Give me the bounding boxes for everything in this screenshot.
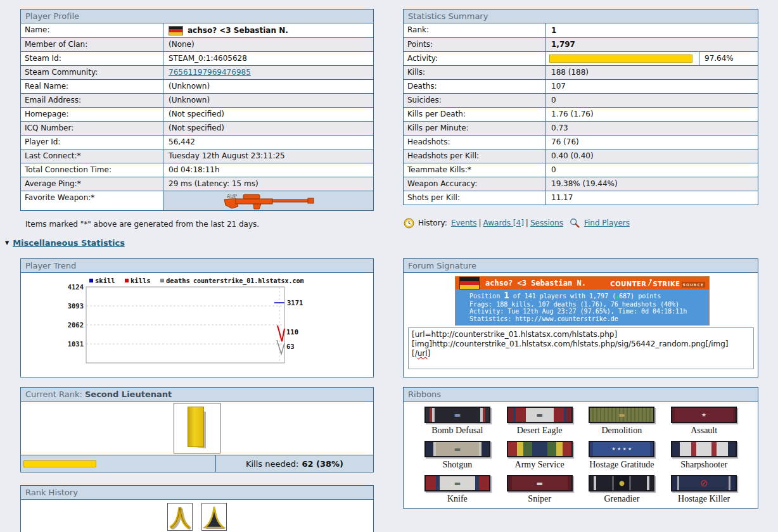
row-label: Teammate Kills:* — [404, 163, 546, 177]
bomb-defusal-ribbon-glyph: ▬ — [454, 412, 461, 419]
history-link-sessions[interactable]: Sessions — [530, 218, 563, 227]
german-flag-icon — [459, 277, 480, 289]
row-label: Points: — [404, 38, 546, 51]
row-value: (Unknown) — [163, 94, 373, 107]
history-link-awards-4[interactable]: Awards [4] — [483, 218, 524, 227]
sniper-ribbon-icon: ▬ — [507, 475, 573, 491]
row-label: Name: — [21, 23, 163, 37]
ribbon-item-sharpshooter: Sharpshooter — [663, 441, 745, 475]
row-value: (Not specified) — [163, 122, 373, 135]
player-profile-table: Name:achso? <3 Sebastian N.Member of Cla… — [21, 23, 373, 210]
cs-figure-icon — [647, 279, 653, 286]
row-value: 11.17 — [546, 191, 758, 205]
ribbon-label: Shotgun — [443, 460, 473, 470]
private-first-class-chevron-icon — [203, 504, 226, 529]
current-rank-body — [21, 402, 373, 455]
row-value: (Not specified) — [163, 108, 373, 121]
table-row: Last Connect:*Tuesday 12th August 23:11:… — [21, 149, 373, 163]
ribbon-label: Grenadier — [604, 494, 639, 504]
hostage-killer-ribbon-icon: ⊘ — [671, 475, 737, 491]
row-label: Total Connection Time: — [21, 163, 163, 177]
assault-ribbon-glyph: ★ — [701, 412, 706, 418]
rank-history-body — [21, 500, 373, 532]
miscellaneous-statistics-link[interactable]: Miscellaneous Statistics — [13, 238, 125, 248]
row-label: Headshots per Kill: — [404, 149, 546, 163]
ribbon-label: Desert Eagle — [517, 426, 563, 436]
ribbon-item-sniper: ▬Sniper — [499, 475, 581, 509]
ribbon-label: Sniper — [528, 494, 551, 504]
assault-ribbon-icon: ★ — [671, 407, 737, 423]
sharpshooter-ribbon-icon — [671, 441, 737, 457]
row-label: Real Name: — [21, 80, 163, 93]
ribbon-label: Demolition — [601, 426, 642, 436]
knife-ribbon-glyph: ▬ — [454, 480, 461, 487]
row-label: Average Ping:* — [21, 177, 163, 191]
row-label: Rank: — [404, 23, 546, 37]
footnote: Items marked "*" above are generated fro… — [25, 220, 259, 229]
kills-needed: Kills needed:62 (38%) — [216, 455, 373, 472]
statistics-summary-panel: Statistics Summary Rank:1Points:1,797Act… — [403, 9, 758, 205]
table-row: Total Connection Time:0d 04:18:11h — [21, 163, 373, 177]
bbcode-textarea[interactable]: [url=http://counterstrike_01.hlstatsx.co… — [408, 327, 754, 369]
row-value: 0.40 (0.40) — [546, 149, 758, 163]
table-row: Activity:97.64% — [404, 51, 758, 65]
row-label: Steam Community: — [21, 66, 163, 79]
ribbon-label: Knife — [447, 494, 468, 504]
grenadier-ribbon-icon: ● — [589, 475, 654, 491]
table-row: Homepage:(Not specified) — [21, 107, 373, 121]
row-label: Kills per Minute: — [404, 122, 546, 135]
ribbon-item-demolition: ▬Demolition — [581, 407, 663, 441]
row-value: AWP — [163, 191, 373, 210]
svg-text:skill: skill — [95, 277, 115, 284]
hlstats-player-page: Player Profile Name:achso? <3 Sebastian … — [0, 0, 778, 532]
svg-text:63: 63 — [286, 343, 295, 350]
row-value: 107 — [546, 80, 758, 93]
table-row: Weapon Accuracy:19.38% (19.44%) — [404, 177, 758, 191]
history-link-events[interactable]: Events — [451, 218, 477, 227]
private-chevron-icon — [169, 504, 191, 529]
current-rank-title: Current Rank: Second Lieutenant — [21, 388, 373, 402]
rank-history-panel: Rank History — [20, 485, 374, 532]
row-label: Last Connect:* — [21, 149, 163, 163]
row-value: 0 — [546, 163, 758, 177]
hostage-gratitude-ribbon-icon: ★ ★ ★ ★ — [589, 441, 654, 457]
row-value: 97.64% — [546, 52, 758, 65]
row-value: (None) — [163, 38, 373, 51]
ribbon-label: Hostage Gratitude — [589, 460, 654, 470]
row-value: 76 (76) — [546, 136, 758, 149]
player-name: achso? <3 Sebastian N. — [188, 24, 288, 37]
row-value: 1.76 (1.76) — [546, 108, 758, 121]
row-value: 188 (188) — [546, 66, 758, 79]
table-row: Name:achso? <3 Sebastian N. — [21, 23, 373, 37]
table-row: Kills per Death:1.76 (1.76) — [404, 107, 758, 121]
row-label: Homepage: — [21, 108, 163, 121]
hostage-killer-ribbon-glyph: ⊘ — [700, 479, 708, 488]
forum-signature-image: achso? <3 Sebastian N. COUNTER STRIKE SO… — [456, 277, 709, 325]
svg-text:3093: 3093 — [68, 302, 84, 310]
svg-text:1031: 1031 — [68, 340, 84, 348]
ribbon-item-hostage-killer: ⊘Hostage Killer — [663, 475, 745, 509]
table-row: Headshots per Kill:0.40 (0.40) — [404, 149, 758, 163]
table-row: Player Id:56,442 — [21, 135, 373, 149]
history-line: History: Events|Awards [4]|Sessions Find… — [404, 217, 630, 229]
collapse-arrow-icon[interactable]: ▼ — [5, 240, 9, 246]
find-players-link[interactable]: Find Players — [584, 218, 630, 227]
row-value: 1,797 — [546, 38, 758, 51]
second-lieutenant-insignia — [174, 403, 220, 453]
player-trend-chart: 4124309320621031skillkillsdeathscounters… — [21, 273, 373, 377]
find-players-search-icon[interactable] — [570, 218, 580, 228]
svg-text:kills: kills — [131, 277, 151, 284]
forum-signature-panel: Forum Signature achso? <3 Sebastian N. C… — [403, 258, 758, 377]
steam-community-link[interactable]: 76561197969476985 — [169, 66, 251, 79]
row-value: 0.73 — [546, 122, 758, 135]
history-links: Events|Awards [4]|Sessions — [451, 218, 563, 227]
table-row: Shots per Kill:11.17 — [404, 191, 758, 205]
rank-history-title: Rank History — [21, 486, 373, 500]
row-label: Favorite Weapon:* — [21, 191, 163, 210]
row-value: STEAM_0:1:4605628 — [163, 52, 373, 65]
svg-text:deaths: deaths — [166, 277, 190, 284]
row-label: Member of Clan: — [21, 38, 163, 51]
table-row: Steam Id:STEAM_0:1:4605628 — [21, 51, 373, 65]
ribbon-item-knife: ▬Knife — [416, 475, 499, 509]
table-row: Member of Clan:(None) — [21, 37, 373, 51]
